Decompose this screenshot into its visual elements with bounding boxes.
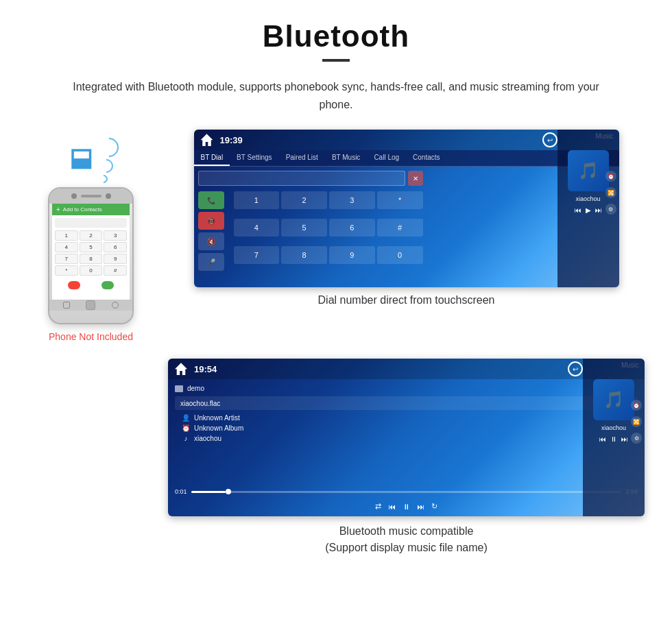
dial-key[interactable]: 4: [55, 242, 78, 252]
dial-key[interactable]: 7: [55, 254, 78, 264]
folder-row: demo: [175, 385, 638, 392]
phone-back-btn[interactable]: [63, 302, 70, 309]
second-row-wrapper: 19:54 ↩ Music demo: [27, 359, 645, 556]
dial-key[interactable]: 5: [80, 242, 103, 252]
num-key-9[interactable]: 9: [329, 246, 375, 264]
backspace-button[interactable]: ✕: [408, 171, 423, 186]
wave-small: [97, 173, 109, 185]
track-info: 👤 Unknown Artist ⏰ Unknown Album ♪: [175, 414, 638, 442]
dial-key[interactable]: 3: [104, 230, 127, 241]
clock-icon[interactable]: ⏰: [605, 171, 616, 182]
num-key-6[interactable]: 6: [329, 219, 375, 237]
music-song-name-2: xiaochou: [601, 424, 626, 431]
phone-screen-header: + Add to Contacts: [52, 204, 130, 215]
next-btn[interactable]: ⏭: [417, 503, 424, 511]
page-title: Bluetooth: [0, 19, 672, 53]
dial-key[interactable]: 9: [104, 254, 127, 264]
num-key-3[interactable]: 3: [329, 191, 375, 209]
folder-icon: [175, 385, 183, 392]
signal-waves: [99, 138, 119, 183]
file-list-item[interactable]: xiaochou.flac ◀: [175, 396, 638, 410]
num-key-hash[interactable]: #: [377, 219, 423, 237]
mute-button[interactable]: 🔇: [198, 232, 224, 250]
car-back-button-1[interactable]: ↩: [542, 132, 557, 147]
car-tab-contacts[interactable]: Contacts: [406, 150, 446, 166]
num-key-1[interactable]: 1: [234, 191, 280, 209]
add-to-contacts-label: Add to Contacts: [63, 206, 102, 213]
title-divider: [322, 59, 350, 62]
screenshot-2-panel: 19:54 ↩ Music demo: [168, 359, 645, 516]
progress-dot: [226, 489, 231, 494]
dial-key[interactable]: 1: [55, 230, 78, 241]
screenshot-2-outer: 19:54 ↩ Music demo: [168, 359, 645, 556]
car-tab-call-log[interactable]: Call Log: [367, 150, 406, 166]
car-tab-bt-dial[interactable]: BT Dial: [194, 150, 230, 166]
call-button[interactable]: 📞: [198, 191, 224, 209]
phone-home-btn[interactable]: [86, 300, 95, 310]
album-row: ⏰ Unknown Album: [182, 424, 638, 432]
num-key-0[interactable]: 0: [377, 246, 423, 264]
shuffle-icon-2[interactable]: 🔀: [631, 416, 642, 427]
time-start: 0:01: [175, 488, 187, 495]
num-key-7[interactable]: 7: [234, 246, 280, 264]
prev-track-btn-2[interactable]: ⏮: [599, 435, 606, 443]
numpad: 1 2 3 * 4 5 6 # 7 8: [234, 191, 423, 271]
car-home-icon[interactable]: [201, 134, 213, 146]
car-screen-1: 19:39 ↩ Music BT Dial BT Settings Paired…: [194, 130, 619, 287]
progress-fill: [191, 491, 226, 493]
num-key-5[interactable]: 5: [281, 219, 327, 237]
dial-key[interactable]: 6: [104, 242, 127, 252]
pause-btn[interactable]: ⏸: [403, 503, 410, 511]
car-tab-bt-music[interactable]: BT Music: [325, 150, 368, 166]
num-key-4[interactable]: 4: [234, 219, 280, 237]
dial-key[interactable]: #: [104, 265, 127, 276]
song-name-2: xiaochou: [194, 435, 221, 442]
shuffle-btn[interactable]: ⇄: [375, 502, 381, 511]
progress-bar[interactable]: [191, 491, 622, 493]
dial-key[interactable]: 2: [80, 230, 103, 241]
dial-key[interactable]: 0: [80, 265, 103, 276]
car-tab-paired-list[interactable]: Paired List: [279, 150, 325, 166]
clock-icon-2[interactable]: ⏰: [631, 400, 642, 411]
music-right-icons-2: ⏰ 🔀 ⚙: [631, 400, 642, 444]
num-key-8[interactable]: 8: [281, 246, 327, 264]
car-dial-body: ✕ 📞 📵 🔇 🎤: [194, 167, 619, 283]
end-call-button[interactable]: 📵: [198, 212, 224, 230]
car-back-button-2[interactable]: ↩: [568, 361, 583, 376]
screenshot-2-caption: Bluetooth music compatible (Support disp…: [168, 523, 645, 556]
wave-medium: [96, 156, 115, 176]
phone-end-call-button[interactable]: [68, 281, 80, 289]
phone-section: ⬓ + Add to Contacts 1: [27, 130, 154, 342]
next-track-button[interactable]: ⏭: [595, 206, 602, 214]
pause-btn-2[interactable]: ⏸: [610, 435, 617, 443]
num-key-star[interactable]: *: [377, 191, 423, 209]
microphone-button[interactable]: 🎤: [198, 253, 224, 271]
artist-name: Unknown Artist: [194, 414, 240, 422]
shuffle-icon[interactable]: 🔀: [605, 187, 616, 198]
phone-menu-btn[interactable]: [112, 302, 119, 309]
next-track-btn-2[interactable]: ⏭: [621, 435, 628, 443]
settings-icon[interactable]: ⚙: [605, 204, 616, 215]
car-nav-tabs-1: BT Dial BT Settings Paired List BT Music…: [194, 150, 619, 167]
phone-camera-2: [106, 193, 111, 199]
play-button-1[interactable]: ▶: [586, 206, 591, 214]
repeat-btn[interactable]: ↻: [431, 502, 437, 511]
phone-body: + Add to Contacts 1 2 3 4 5 6 7: [48, 187, 134, 324]
car-tab-bt-settings[interactable]: BT Settings: [230, 150, 279, 166]
dial-key[interactable]: 8: [80, 254, 103, 264]
plus-icon: +: [56, 206, 60, 213]
settings-icon-2[interactable]: ⚙: [631, 433, 642, 444]
music-art-1: 🎵: [568, 150, 609, 191]
dial-left-panel: ✕ 📞 📵 🔇 🎤: [194, 167, 427, 283]
phone-call-button[interactable]: [101, 281, 114, 289]
progress-row: 0:01 2:59: [175, 488, 638, 495]
note-icon: ♪: [182, 435, 190, 442]
caption-line-1: Bluetooth music compatible: [339, 525, 474, 537]
prev-btn[interactable]: ⏮: [388, 503, 396, 511]
car-music-panel-1: 🎵 xiaochou ⏮ ▶ ⏭ ⏰ 🔀 ⚙: [557, 130, 619, 287]
car-home-icon-2[interactable]: [175, 363, 187, 375]
dial-key[interactable]: *: [55, 265, 78, 276]
num-key-2[interactable]: 2: [281, 191, 327, 209]
content-area: ⬓ + Add to Contacts 1: [0, 130, 672, 583]
prev-track-button[interactable]: ⏮: [575, 206, 581, 214]
